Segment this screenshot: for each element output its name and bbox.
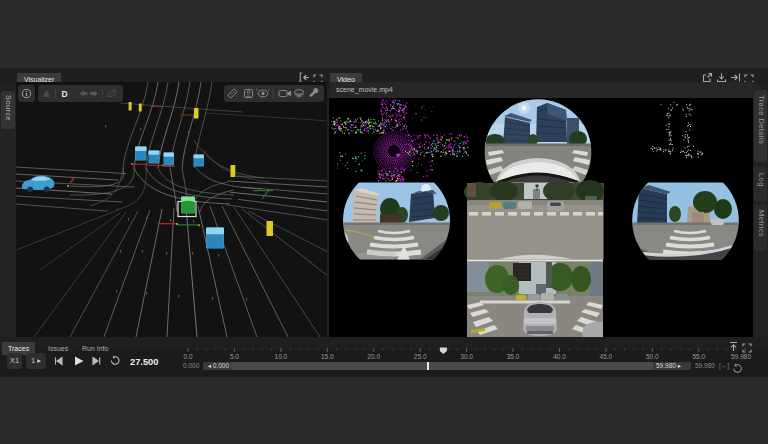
svg-text:25.0: 25.0 [414,353,427,360]
svg-text:5.0: 5.0 [230,353,239,360]
svg-text:50.0: 50.0 [646,353,659,360]
svg-text:45.0: 45.0 [600,353,613,360]
svg-text:20.0: 20.0 [367,353,380,360]
svg-text:10.0: 10.0 [275,353,288,360]
svg-text:15.0: 15.0 [321,353,334,360]
svg-text:0.0: 0.0 [183,353,192,360]
svg-text:D: D [62,89,68,99]
svg-text:40.0: 40.0 [553,353,566,360]
svg-text:35.0: 35.0 [507,353,520,360]
svg-text:55.0: 55.0 [692,353,705,360]
svg-text:59.980: 59.980 [731,353,751,360]
svg-text:30.0: 30.0 [460,353,473,360]
